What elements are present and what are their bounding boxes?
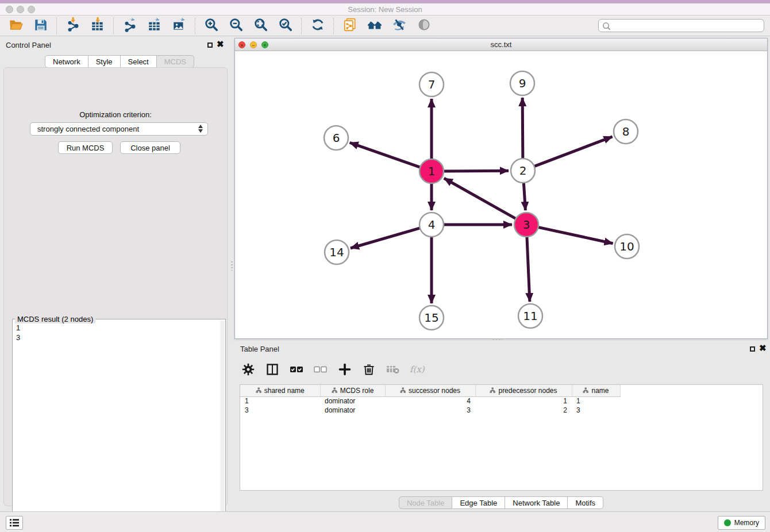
table-cell[interactable]: dominator (320, 406, 385, 415)
tab-network-table[interactable]: Network Table (505, 496, 568, 509)
graph-node-8[interactable]: 8 (614, 119, 638, 144)
graph-node-1[interactable]: 1 (419, 159, 444, 183)
close-panel-button[interactable]: Close panel (120, 141, 180, 154)
task-history-button[interactable] (6, 516, 23, 530)
graph-node-3[interactable]: 3 (514, 213, 538, 237)
export-image-button[interactable] (171, 18, 187, 33)
zoom-out-icon (229, 17, 244, 34)
float-panel-icon[interactable] (207, 43, 213, 48)
tab-network[interactable]: Network (45, 55, 88, 68)
table-header: shared nameMCDS rolesuccessor nodesprede… (240, 385, 620, 396)
column-header-successor-nodes[interactable]: successor nodes (385, 385, 475, 396)
graph-node-7[interactable]: 7 (419, 72, 444, 97)
table-cell[interactable]: 3 (385, 406, 475, 415)
tab-node-table[interactable]: Node Table (399, 496, 453, 509)
tab-select[interactable]: Select (121, 55, 157, 68)
delete-table-button[interactable] (385, 363, 401, 379)
graph-node-15[interactable]: 15 (419, 306, 444, 330)
table-cell[interactable]: 2 (475, 406, 572, 415)
table-cell[interactable]: 4 (385, 396, 475, 406)
graph-node-label: 4 (428, 218, 436, 232)
import-network-button[interactable] (65, 18, 80, 33)
column-header-MCDS-role[interactable]: MCDS role (320, 385, 385, 396)
graph-edge-1-2[interactable] (442, 171, 509, 171)
tab-style[interactable]: Style (88, 55, 121, 68)
close-table-panel-icon[interactable]: ✖ (759, 342, 767, 354)
graph-edge-2-9[interactable] (522, 98, 523, 160)
search-input[interactable] (598, 19, 764, 32)
control-panel-tabs: NetworkStyleSelectMCDS (45, 55, 194, 68)
columns-icon (265, 363, 279, 379)
table-body: 1dominator4113dominator323 (240, 396, 620, 415)
delete-columns-button[interactable] (361, 363, 376, 379)
run-mcds-button[interactable]: Run MCDS (58, 141, 113, 154)
list-icon (9, 518, 20, 527)
graph-edge-4-14[interactable] (351, 228, 422, 248)
dropdown-stepper-icon (198, 125, 203, 133)
add-column-button[interactable] (337, 363, 352, 379)
trash-icon (362, 363, 376, 379)
zoom-fit-button[interactable] (253, 18, 268, 33)
table-row[interactable]: 1dominator411 (240, 396, 620, 406)
vertical-splitter-handle[interactable] (231, 261, 233, 271)
table-cell[interactable]: 1 (475, 396, 572, 406)
tab-edge-table[interactable]: Edge Table (452, 496, 505, 509)
import-table-button[interactable] (90, 18, 105, 33)
show-details-button[interactable] (416, 18, 432, 33)
zoom-in-button[interactable] (203, 18, 219, 33)
network-window-titlebar[interactable]: × − + scc.txt (235, 38, 767, 51)
column-header-name[interactable]: name (572, 385, 620, 396)
export-table-button[interactable] (147, 18, 162, 33)
mcds-result-scrollbar[interactable] (220, 321, 225, 529)
select-all-button[interactable] (288, 363, 304, 379)
graph-node-14[interactable]: 14 (325, 240, 349, 264)
open-session-button[interactable] (8, 18, 24, 33)
table-cell[interactable]: 3 (572, 406, 620, 415)
hide-details-button[interactable] (391, 18, 407, 33)
new-network-from-selection-button[interactable] (342, 18, 357, 33)
tree-icon (583, 387, 588, 395)
zoom-out-button[interactable] (228, 18, 244, 33)
first-neighbors-button[interactable] (367, 18, 382, 33)
network-graph-canvas[interactable]: 7968124314101511 (235, 51, 767, 338)
tab-motifs[interactable]: Motifs (568, 496, 603, 509)
search-icon (602, 21, 611, 33)
optimization-criterion-select[interactable]: strongly connected component (30, 122, 208, 136)
horizontal-splitter-handle[interactable] (493, 338, 502, 340)
table-cell[interactable]: dominator (320, 396, 385, 406)
float-table-panel-icon[interactable] (750, 346, 755, 352)
folder-open-icon (9, 17, 24, 34)
toggle-columns-button[interactable] (264, 363, 280, 379)
graph-node-10[interactable]: 10 (615, 234, 639, 259)
table-settings-button[interactable] (240, 363, 256, 379)
graph-node-2[interactable]: 2 (511, 159, 535, 183)
graph-node-11[interactable]: 11 (518, 304, 542, 328)
graph-edge-2-3[interactable] (523, 181, 525, 210)
graph-edge-1-6[interactable] (350, 142, 422, 168)
function-builder-button[interactable]: f(x) (409, 363, 425, 379)
graph-edge-2-8[interactable] (533, 137, 613, 167)
table-cell[interactable]: 1 (572, 396, 620, 406)
close-panel-icon[interactable]: ✖ (217, 38, 224, 50)
export-network-button[interactable] (122, 18, 137, 33)
table-row[interactable]: 3dominator323 (240, 406, 620, 415)
graph-node-6[interactable]: 6 (324, 126, 348, 150)
graph-edge-3-11[interactable] (527, 235, 530, 302)
tree-icon (400, 387, 406, 395)
refresh-button[interactable] (310, 18, 325, 33)
graph-node-4[interactable]: 4 (419, 213, 444, 237)
column-header-shared-name[interactable]: shared name (240, 385, 320, 396)
column-header-predecessor-nodes[interactable]: predecessor nodes (475, 385, 572, 396)
deselect-all-button[interactable] (313, 363, 328, 379)
floppy-disk-icon (33, 17, 48, 34)
toolbar-group (334, 18, 440, 33)
memory-button[interactable]: Memory (718, 516, 765, 530)
zoom-selected-button[interactable] (278, 18, 293, 33)
graph-node-9[interactable]: 9 (510, 71, 534, 95)
table-cell[interactable]: 3 (240, 406, 320, 415)
graph-edge-3-10[interactable] (537, 227, 613, 244)
save-session-button[interactable] (33, 18, 48, 33)
table-cell[interactable]: 1 (240, 396, 320, 406)
graph-edge-3-1[interactable] (444, 178, 518, 219)
tab-mcds[interactable]: MCDS (157, 55, 194, 68)
